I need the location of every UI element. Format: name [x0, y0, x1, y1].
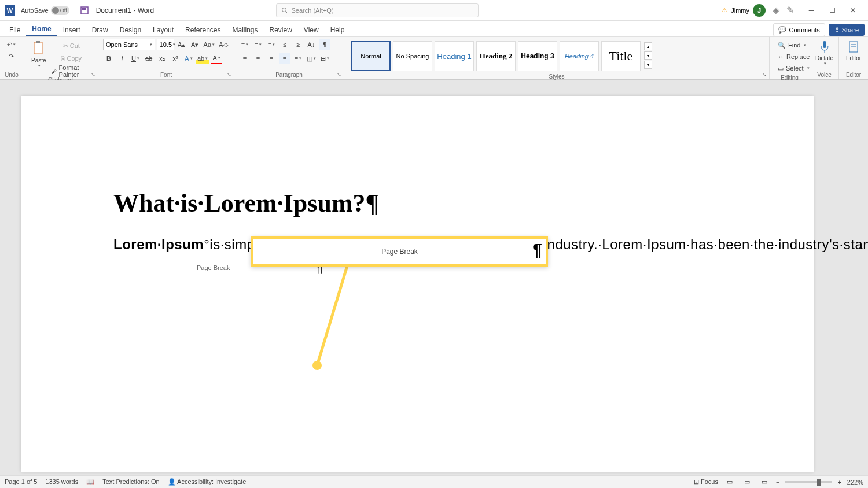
tab-design[interactable]: Design [114, 24, 147, 36]
copy-button[interactable]: ⎘ Copy [50, 53, 93, 64]
subscript-button[interactable]: x₂ [156, 53, 168, 64]
dictate-button[interactable]: Dictate ▾ [815, 39, 834, 67]
superscript-button[interactable]: x² [170, 53, 181, 64]
text-predictions[interactable]: Text Predictions: On [102, 478, 159, 486]
tab-layout[interactable]: Layout [147, 24, 179, 36]
editor-button[interactable]: Editor [844, 39, 863, 62]
redo-button[interactable]: ↷ [5, 50, 18, 62]
line-spacing-button[interactable]: ≡▾ [292, 53, 304, 64]
style-no-spacing[interactable]: No Spacing [393, 41, 432, 71]
tab-help[interactable]: Help [325, 24, 351, 36]
zoom-level[interactable]: 222% [847, 479, 863, 486]
justify-button[interactable]: ≡ [279, 53, 290, 64]
document-heading[interactable]: What·is·Lorem·Ipsum?¶ [113, 188, 698, 218]
find-button[interactable]: 🔍 Find▾ [778, 40, 801, 50]
accessibility-status[interactable]: 👤 Accessibility: Investigate [168, 478, 247, 486]
clipboard-dialog-launcher[interactable]: ↘ [90, 71, 97, 78]
proofing-icon[interactable]: 📖 [86, 478, 94, 486]
zoom-slider[interactable] [785, 481, 832, 483]
increase-indent-button[interactable]: ≥ [292, 39, 304, 50]
align-left-button[interactable]: ≡ [239, 53, 251, 64]
borders-button[interactable]: ⊞▾ [319, 53, 330, 64]
save-icon[interactable] [80, 6, 89, 15]
autosave-toggle[interactable]: Off [51, 6, 69, 15]
document-canvas[interactable]: What·is·Lorem·Ipsum?¶ Lorem·Ipsum°is·sim… [0, 80, 868, 475]
styles-more-button[interactable]: ▾ [644, 61, 652, 69]
sort-button[interactable]: A↓ [306, 39, 317, 50]
zoom-in-button[interactable]: + [837, 479, 841, 486]
style-heading4[interactable]: Heading 4 [560, 41, 599, 71]
bold-text: Lorem·Ipsum [113, 236, 204, 252]
select-button[interactable]: ▭ Select▾ [778, 63, 801, 73]
zoom-out-button[interactable]: − [776, 479, 779, 486]
maximize-button[interactable]: ☐ [822, 2, 843, 19]
style-heading2[interactable]: Heading 2 [476, 41, 516, 71]
multilevel-list-button[interactable]: ≡▾ [266, 39, 277, 50]
user-account[interactable]: ⚠ Jimmy J [722, 4, 766, 17]
paragraph-dialog-launcher[interactable]: ↘ [336, 71, 343, 78]
close-button[interactable]: ✕ [843, 2, 863, 19]
cut-button[interactable]: ✂ Cut [50, 40, 93, 51]
callout-pilcrow-icon: ¶ [532, 240, 542, 260]
strikethrough-button[interactable]: ab [143, 53, 155, 64]
style-heading1[interactable]: Heading 1 [435, 41, 474, 71]
shrink-font-button[interactable]: A▾ [189, 39, 201, 50]
styles-dialog-launcher[interactable]: ↘ [761, 71, 768, 78]
align-center-button[interactable]: ≡ [252, 53, 264, 64]
search-input[interactable]: Search (Alt+Q) [276, 3, 479, 17]
focus-button[interactable]: ⊡ Focus [694, 478, 718, 486]
avatar: J [753, 4, 766, 17]
tab-references[interactable]: References [179, 24, 226, 36]
text-effects-button[interactable]: A▾ [183, 53, 194, 64]
tab-view[interactable]: View [298, 24, 325, 36]
tab-mailings[interactable]: Mailings [226, 24, 263, 36]
page[interactable]: What·is·Lorem·Ipsum?¶ Lorem·Ipsum°is·sim… [21, 96, 814, 472]
styles-down-button[interactable]: ▾ [644, 51, 652, 60]
minimize-button[interactable]: ─ [801, 2, 822, 19]
tab-insert[interactable]: Insert [57, 24, 86, 36]
grow-font-button[interactable]: A▴ [176, 39, 187, 50]
font-size-combo[interactable]: 10.5▾ [157, 39, 174, 50]
autosave-state: Off [60, 8, 67, 13]
print-layout-button[interactable]: ▭ [741, 478, 753, 487]
web-layout-button[interactable]: ▭ [759, 478, 770, 487]
pen-icon[interactable]: ✎ [786, 5, 794, 16]
bold-button[interactable]: B [103, 53, 115, 64]
autosave-control[interactable]: AutoSave Off [21, 6, 69, 15]
tab-home[interactable]: Home [26, 23, 57, 36]
align-right-button[interactable]: ≡ [266, 53, 277, 64]
font-name-combo[interactable]: Open Sans▾ [103, 39, 155, 50]
page-info[interactable]: Page 1 of 5 [5, 478, 37, 486]
style-heading3[interactable]: Heading 3 [518, 41, 557, 71]
undo-button[interactable]: ↶▾ [5, 39, 18, 50]
tab-draw[interactable]: Draw [86, 24, 114, 36]
tab-review[interactable]: Review [264, 24, 298, 36]
share-icon: ⇪ [834, 26, 840, 34]
read-mode-button[interactable]: ▭ [724, 478, 735, 487]
decrease-indent-button[interactable]: ≤ [279, 39, 290, 50]
shading-button[interactable]: ◫▾ [306, 53, 317, 64]
search-placeholder: Search (Alt+Q) [292, 7, 334, 14]
clear-formatting-button[interactable]: A◇ [218, 39, 229, 50]
tab-file[interactable]: File [3, 24, 26, 36]
numbering-button[interactable]: ≡▾ [252, 39, 264, 50]
font-dialog-launcher[interactable]: ↘ [226, 71, 233, 78]
underline-button[interactable]: U▾ [130, 53, 141, 64]
replace-button[interactable]: ↔ Replace [778, 51, 801, 62]
style-title[interactable]: Title [601, 41, 641, 71]
paste-button[interactable]: Paste ▾ [28, 39, 50, 77]
styles-up-button[interactable]: ▴ [644, 42, 652, 50]
format-painter-button[interactable]: 🖌 Format Painter [50, 65, 93, 77]
highlight-button[interactable]: ab▾ [196, 53, 209, 64]
italic-button[interactable]: I [116, 53, 128, 64]
diamond-icon[interactable]: ◈ [773, 5, 779, 16]
bullets-button[interactable]: ≡▾ [239, 39, 251, 50]
comments-button[interactable]: 💬 Comments [773, 23, 825, 36]
share-button[interactable]: ⇪ Share [829, 24, 865, 36]
change-case-button[interactable]: Aa▾ [203, 39, 216, 50]
paragraph-group-label: Paragraph [239, 72, 339, 79]
word-count[interactable]: 1335 words [45, 478, 78, 486]
show-hide-button[interactable]: ¶ [319, 39, 330, 50]
font-color-button[interactable]: A▾ [211, 53, 222, 64]
style-normal[interactable]: Normal [351, 41, 391, 71]
